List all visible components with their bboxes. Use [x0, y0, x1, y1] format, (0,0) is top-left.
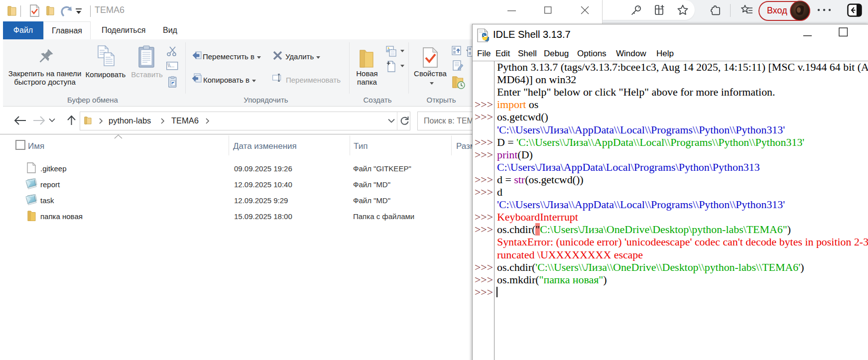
- svg-text:\\...: \\...: [168, 63, 175, 68]
